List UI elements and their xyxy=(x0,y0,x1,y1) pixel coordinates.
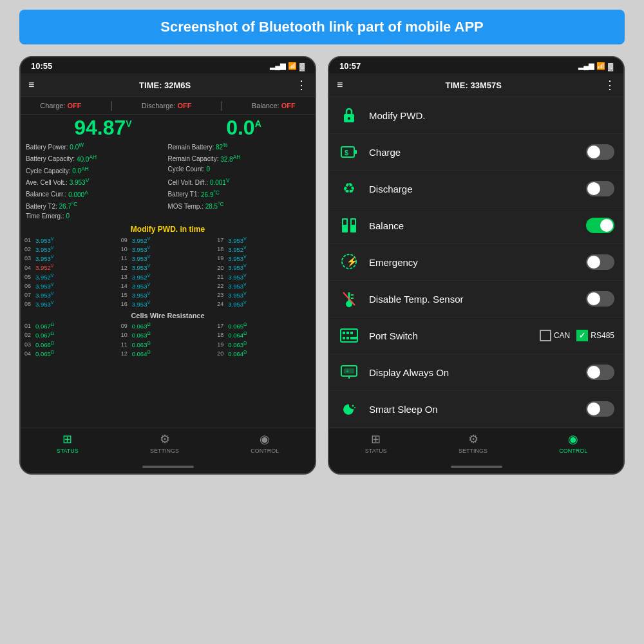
smart-sleep-item[interactable]: Smart Sleep On xyxy=(329,391,623,428)
right-nav-settings[interactable]: ⚙ SETTINGS xyxy=(459,432,488,454)
right-time: 10:57 xyxy=(339,61,361,71)
wifi-icon: 📶 xyxy=(288,62,297,70)
svg-rect-20 xyxy=(343,337,345,339)
left-dots-icon[interactable]: ⋮ xyxy=(296,78,307,92)
cycle-count: Cycle Count: 0 xyxy=(168,164,310,176)
left-nav-status[interactable]: ⊞ STATUS xyxy=(57,432,79,454)
control-nav-label: CONTROL xyxy=(251,448,279,454)
balance-toggle[interactable] xyxy=(586,218,614,233)
left-app-header: ≡ TIME: 32M6S ⋮ xyxy=(21,73,315,97)
settings-nav-icon: ⚙ xyxy=(160,432,170,446)
right-status-bar: 10:57 ▂▄▆ 📶 ▓ xyxy=(329,57,623,73)
cell-05: 053.952V xyxy=(24,273,118,281)
right-status-nav-icon: ⊞ xyxy=(371,432,381,446)
cell-07: 073.953V xyxy=(24,291,118,299)
header-title: Screenshot of Bluetooth link part of mob… xyxy=(32,19,612,35)
rs485-option[interactable]: ✓ RS485 xyxy=(576,330,614,341)
res-17: 170.065Ω xyxy=(217,322,311,330)
display-toggle[interactable] xyxy=(586,365,614,380)
res-02: 020.067Ω xyxy=(24,331,118,339)
modify-pwd-label: Modify PWD. xyxy=(369,110,614,121)
balance-status: Balance: OFF xyxy=(252,102,296,109)
balance-curr: Balance Curr.: 0.000A xyxy=(26,187,168,199)
left-home-indicator xyxy=(21,460,315,473)
cell-24: 243.953V xyxy=(217,300,311,308)
disable-temp-label: Disable Temp. Sensor xyxy=(369,294,577,305)
svg-rect-18 xyxy=(346,332,349,334)
svg-rect-16 xyxy=(341,329,357,342)
svg-rect-22 xyxy=(350,337,358,339)
right-phone-body: Modify PWD. $ Charge xyxy=(329,97,623,428)
battery-t2: Battery T2: 26.7°C xyxy=(26,200,168,211)
charge-toggle[interactable] xyxy=(586,144,614,160)
disable-temp-item[interactable]: Disable Temp. Sensor xyxy=(329,281,623,317)
page-container: Screenshot of Bluetooth link part of mob… xyxy=(0,0,644,644)
disable-temp-toggle[interactable] xyxy=(586,291,614,307)
port-switch-item[interactable]: Port Switch CAN ✓ RS485 xyxy=(329,317,623,354)
cell-09: 093.952V xyxy=(121,236,215,244)
rs485-label: RS485 xyxy=(591,331,614,340)
display-icon: + xyxy=(338,361,360,383)
right-settings-nav-icon: ⚙ xyxy=(468,432,478,446)
sleep-toggle[interactable] xyxy=(586,401,614,417)
cell-23: 233.953V xyxy=(217,291,311,299)
rs485-checkbox[interactable]: ✓ xyxy=(576,330,588,341)
res-03: 030.066Ω xyxy=(24,341,118,348)
discharge-item[interactable]: ♻ Discharge xyxy=(329,171,623,207)
right-menu-icon[interactable]: ≡ xyxy=(337,79,343,91)
right-time-label: TIME: 33M57S xyxy=(445,80,501,90)
display-always-item[interactable]: + Display Always On xyxy=(329,354,623,391)
res-01: 010.067Ω xyxy=(24,322,118,330)
emergency-label: Emergency xyxy=(369,257,577,268)
balance-item[interactable]: Balance xyxy=(329,207,623,244)
discharge-status: Discharge: OFF xyxy=(142,102,192,109)
charge-item[interactable]: $ Charge xyxy=(329,134,623,171)
emergency-item[interactable]: ⚡ Emergency xyxy=(329,244,623,281)
svg-rect-21 xyxy=(346,337,349,339)
cells-grid: 013.953V 093.952V 173.953V 023.953V 103.… xyxy=(21,235,315,309)
can-checkbox[interactable] xyxy=(540,330,551,341)
right-dots-icon[interactable]: ⋮ xyxy=(604,78,616,92)
cell-10: 103.953V xyxy=(121,245,215,253)
right-nav-status[interactable]: ⊞ STATUS xyxy=(365,432,387,454)
right-nav-control[interactable]: ◉ CONTROL xyxy=(559,432,587,454)
control-nav-icon: ◉ xyxy=(260,432,270,446)
left-nav-control[interactable]: ◉ CONTROL xyxy=(251,432,279,454)
left-phone-body: Charge: OFF | Discharge: OFF | Balance: … xyxy=(21,97,315,428)
left-menu-icon[interactable]: ≡ xyxy=(28,79,34,91)
control-list: Modify PWD. $ Charge xyxy=(329,97,623,428)
right-bottom-nav: ⊞ STATUS ⚙ SETTINGS ◉ CONTROL xyxy=(329,428,623,460)
signal-icon: ▂▄▆ xyxy=(270,62,285,70)
time-emerg: Time Emerg.: 0 xyxy=(26,211,168,221)
res-11: 110.063Ω xyxy=(121,341,215,348)
cell-12: 123.953V xyxy=(121,263,215,271)
balance-icon xyxy=(338,214,360,236)
can-option[interactable]: CAN xyxy=(540,330,570,341)
res-18: 180.064Ω xyxy=(217,331,311,339)
modify-pwd-item[interactable]: Modify PWD. xyxy=(329,97,623,134)
battery-icon: ▓ xyxy=(299,62,305,70)
cell-22: 223.953V xyxy=(217,282,311,290)
right-home-indicator xyxy=(329,460,623,473)
res-09: 090.063Ω xyxy=(121,322,215,330)
right-battery-icon: ▓ xyxy=(608,62,613,70)
cell-13: 133.952V xyxy=(121,273,215,281)
cell-06: 063.953V xyxy=(24,282,118,290)
discharge-toggle[interactable] xyxy=(586,181,614,196)
big-values: 94.87V 0.0A xyxy=(21,115,315,139)
left-nav-settings[interactable]: ⚙ SETTINGS xyxy=(150,432,179,454)
svg-rect-3 xyxy=(354,150,357,154)
voltage-display: 94.87V xyxy=(74,117,131,138)
resistance-title: Cells Wire Resistance xyxy=(21,309,315,321)
svg-point-29 xyxy=(354,407,355,408)
left-bottom-nav: ⊞ STATUS ⚙ SETTINGS ◉ CONTROL xyxy=(21,428,315,460)
charge-icon: $ xyxy=(338,141,360,163)
svg-rect-17 xyxy=(343,332,345,334)
left-time: 10:55 xyxy=(31,61,52,71)
cell-02: 023.953V xyxy=(24,245,118,253)
display-toggle-knob xyxy=(587,366,600,379)
header-banner: Screenshot of Bluetooth link part of mob… xyxy=(19,10,625,44)
emergency-toggle[interactable] xyxy=(586,254,614,270)
cell-17: 173.953V xyxy=(217,236,311,244)
svg-point-1 xyxy=(348,117,350,120)
